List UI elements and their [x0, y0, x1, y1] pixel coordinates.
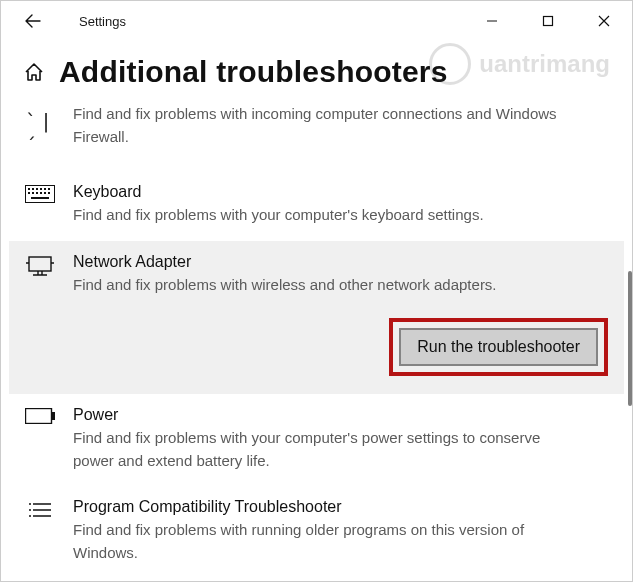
troubleshooter-title: Network Adapter: [73, 253, 614, 271]
svg-rect-17: [52, 412, 55, 420]
svg-rect-0: [544, 17, 553, 26]
watermark: uantrimang: [429, 43, 610, 85]
svg-rect-4: [36, 188, 38, 190]
window-controls: [464, 1, 632, 41]
troubleshooter-desc: Find and fix problems with your computer…: [73, 204, 573, 227]
troubleshooter-compat[interactable]: Program Compatibility Troubleshooter Fin…: [9, 486, 624, 578]
troubleshooter-incoming[interactable]: `|´ Find and fix problems with incoming …: [9, 91, 624, 171]
troubleshooter-power[interactable]: Power Find and fix problems with your co…: [9, 394, 624, 486]
troubleshooter-title: Program Compatibility Troubleshooter: [73, 498, 614, 516]
troubleshooter-keyboard[interactable]: Keyboard Find and fix problems with your…: [9, 171, 624, 241]
window-title: Settings: [79, 14, 126, 29]
svg-rect-13: [48, 192, 50, 194]
troubleshooter-title: Keyboard: [73, 183, 614, 201]
gear-icon: [429, 43, 471, 85]
minimize-button[interactable]: [464, 1, 520, 41]
troubleshooter-list: `|´ Find and fix problems with incoming …: [1, 91, 632, 578]
titlebar: Settings: [1, 1, 632, 41]
svg-rect-7: [48, 188, 50, 190]
svg-rect-12: [44, 192, 46, 194]
network-adapter-icon: [25, 255, 55, 281]
svg-rect-14: [31, 197, 49, 199]
minimize-icon: [486, 15, 498, 27]
watermark-text: uantrimang: [479, 50, 610, 78]
svg-rect-8: [28, 192, 30, 194]
incoming-icon: `|´: [25, 105, 55, 157]
back-button[interactable]: [19, 7, 47, 35]
maximize-icon: [542, 15, 554, 27]
svg-rect-15: [29, 257, 51, 271]
home-icon[interactable]: [23, 61, 45, 83]
troubleshooter-desc: Find and fix problems with wireless and …: [73, 274, 573, 297]
svg-rect-6: [44, 188, 46, 190]
troubleshooter-desc: Find and fix problems with incoming comp…: [73, 103, 573, 148]
svg-rect-3: [32, 188, 34, 190]
power-icon: [25, 408, 55, 424]
svg-rect-11: [40, 192, 42, 194]
troubleshooter-desc: Find and fix problems with running older…: [73, 519, 573, 564]
close-icon: [598, 15, 610, 27]
troubleshooter-title: Power: [73, 406, 614, 424]
arrow-left-icon: [24, 12, 42, 30]
troubleshooter-desc: Find and fix problems with your computer…: [73, 427, 573, 472]
svg-rect-2: [28, 188, 30, 190]
run-troubleshooter-button[interactable]: Run the troubleshooter: [399, 328, 598, 366]
svg-rect-16: [26, 409, 52, 424]
run-highlight-box: Run the troubleshooter: [389, 318, 608, 376]
svg-rect-5: [40, 188, 42, 190]
close-button[interactable]: [576, 1, 632, 41]
troubleshooter-network[interactable]: Network Adapter Find and fix problems wi…: [9, 241, 624, 395]
page-title: Additional troubleshooters: [59, 55, 448, 89]
svg-rect-9: [32, 192, 34, 194]
scrollbar-thumb[interactable]: [628, 271, 632, 406]
maximize-button[interactable]: [520, 1, 576, 41]
keyboard-icon: [25, 185, 55, 203]
compatibility-icon: [25, 500, 55, 522]
svg-rect-10: [36, 192, 38, 194]
